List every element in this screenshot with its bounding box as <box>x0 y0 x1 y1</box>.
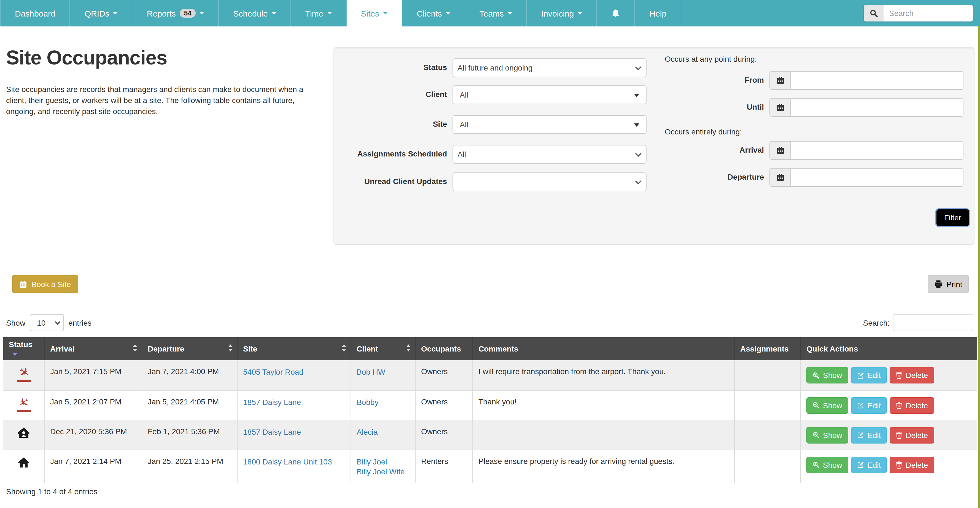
occupants-cell: Owners <box>415 420 473 449</box>
edit-button[interactable]: Edit <box>851 457 887 473</box>
nav-item-qrids[interactable]: QRIDs <box>70 0 132 27</box>
page-length-control: Show 10 entries <box>6 314 92 331</box>
trash-icon <box>896 431 902 439</box>
nav-label: Sites <box>361 8 379 18</box>
sort-descending-icon <box>12 352 18 356</box>
page-length-select[interactable]: 10 <box>30 314 64 331</box>
client-filter-value: All <box>460 90 468 99</box>
column-header-status[interactable]: Status <box>3 337 45 360</box>
nav-label: Teams <box>479 8 504 18</box>
client-link[interactable]: Billy Joel <box>356 457 409 467</box>
arrival-date-input[interactable] <box>791 141 964 160</box>
calendar-icon[interactable] <box>770 98 791 117</box>
caret-down-icon <box>634 124 640 127</box>
site-link[interactable]: 5405 Taylor Road <box>243 367 345 378</box>
global-search <box>864 5 973 22</box>
site-filter-label: Site <box>339 115 447 129</box>
table-row: Dec 21, 2020 5:36 PM Feb 1, 2021 5:36 PM… <box>3 420 977 449</box>
assignments-cell <box>735 420 800 449</box>
chevron-down-icon <box>327 12 331 14</box>
nav-item-help[interactable]: Help <box>635 0 681 27</box>
nav-item-invoicing[interactable]: Invoicing <box>527 0 597 27</box>
nav-label: Schedule <box>234 8 268 18</box>
departure-date-input[interactable] <box>791 168 964 187</box>
site-filter-value: All <box>460 120 468 129</box>
occupants-cell: Owners <box>415 360 473 390</box>
nav-item-sites[interactable]: Sites <box>347 0 402 27</box>
delete-button[interactable]: Delete <box>889 397 934 413</box>
status-filter-select[interactable]: All future and ongoing <box>452 59 646 77</box>
site-cell: 1800 Daisy Lane Unit 103 <box>237 449 351 483</box>
sort-icon <box>228 344 232 351</box>
until-date-input[interactable] <box>791 98 964 117</box>
status-filter-label: Status <box>339 59 447 71</box>
nav-item-notifications[interactable] <box>597 0 635 27</box>
site-link[interactable]: 1857 Daisy Lane <box>243 427 345 437</box>
nav-label: Clients <box>417 8 442 18</box>
show-button[interactable]: Show <box>807 457 848 473</box>
show-button[interactable]: Show <box>807 397 848 413</box>
comments-cell: Thank you! <box>473 390 735 420</box>
edit-pencil-icon <box>857 402 864 409</box>
filter-row-client: Client All <box>339 86 646 104</box>
edit-pencil-icon <box>857 432 864 438</box>
book-a-site-button[interactable]: Book a Site <box>12 275 78 293</box>
nav-item-dashboard[interactable]: Dashboard <box>0 0 70 27</box>
calendar-icon[interactable] <box>770 71 791 90</box>
print-button[interactable]: Print <box>928 275 969 293</box>
from-date-input[interactable] <box>791 71 964 90</box>
site-filter-dropdown[interactable]: All <box>452 115 646 134</box>
filter-row-arrival: Arrival <box>665 141 964 160</box>
nav-label: Time <box>305 8 323 18</box>
edit-button[interactable]: Edit <box>851 427 887 443</box>
column-header-arrival[interactable]: Arrival <box>45 337 142 360</box>
right-edge-accent <box>978 27 980 508</box>
site-link[interactable]: 1857 Daisy Lane <box>243 397 345 408</box>
column-header-comments: Comments <box>473 337 735 360</box>
column-header-departure[interactable]: Departure <box>142 337 237 360</box>
table-info-text: Showing 1 to 4 of 4 entries <box>6 487 97 496</box>
edit-button[interactable]: Edit <box>851 397 887 413</box>
delete-button[interactable]: Delete <box>889 427 934 443</box>
nav-label: Dashboard <box>15 8 56 18</box>
nav-item-time[interactable]: Time <box>291 0 347 27</box>
nav-item-reports[interactable]: Reports 54 <box>132 0 219 27</box>
client-cell: Bobby <box>351 390 415 420</box>
site-link[interactable]: 1800 Daisy Lane Unit 103 <box>243 457 345 467</box>
nav-item-clients[interactable]: Clients <box>402 0 465 27</box>
calendar-icon[interactable] <box>770 168 791 187</box>
column-header-client[interactable]: Client <box>351 337 415 360</box>
delete-button[interactable]: Delete <box>889 367 934 384</box>
table-search-input[interactable] <box>893 314 974 331</box>
show-button[interactable]: Show <box>807 427 848 443</box>
calendar-icon[interactable] <box>770 141 791 160</box>
edit-button[interactable]: Edit <box>851 367 887 384</box>
show-button[interactable]: Show <box>807 367 848 384</box>
quick-actions-cell: Show Edit Delete <box>800 449 977 483</box>
quick-actions-cell: Show Edit Delete <box>800 390 977 420</box>
departure-date-label: Departure <box>665 168 764 181</box>
nav-item-schedule[interactable]: Schedule <box>219 0 291 27</box>
delete-button[interactable]: Delete <box>889 457 934 473</box>
book-a-site-label: Book a Site <box>32 279 71 289</box>
filter-row-from: From <box>665 71 964 90</box>
magnifier-plus-icon <box>813 371 819 379</box>
client-link[interactable]: Bobby <box>356 397 409 408</box>
global-search-input[interactable] <box>883 5 973 22</box>
home-icon <box>18 457 30 468</box>
assignments-filter-select[interactable]: All <box>452 145 646 164</box>
unread-updates-filter-select[interactable] <box>452 173 646 191</box>
departure-cell: Jan 5, 2021 4:05 PM <box>142 390 237 420</box>
caret-down-icon <box>634 94 640 97</box>
column-header-site[interactable]: Site <box>237 337 351 360</box>
column-header-assignments: Assignments <box>735 337 800 360</box>
search-icon <box>864 5 883 22</box>
client-link[interactable]: Bob HW <box>356 367 409 378</box>
client-link[interactable]: Alecia <box>356 427 409 437</box>
client-link[interactable]: Billy Joel Wife <box>356 467 409 478</box>
client-filter-dropdown[interactable]: All <box>452 86 646 104</box>
trash-icon <box>896 371 902 379</box>
occurs-any-point-heading: Occurs at any point during: <box>665 54 757 64</box>
nav-item-teams[interactable]: Teams <box>465 0 527 27</box>
filter-button[interactable]: Filter <box>937 210 969 226</box>
